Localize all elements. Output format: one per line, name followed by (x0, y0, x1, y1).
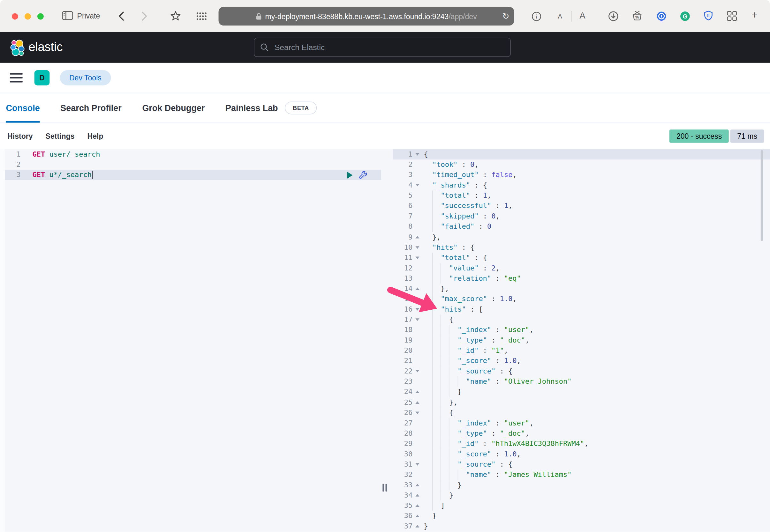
request-editor[interactable]: 1GET user/_search23GET u*/_search (0, 149, 381, 532)
code-line[interactable]: 23"name" : "Oliver Johnson" (393, 376, 770, 387)
content-blocker-shield-icon[interactable]: II (703, 10, 714, 21)
sidebar-icon[interactable] (62, 11, 73, 21)
code-line[interactable]: 1GET user/_search (0, 149, 381, 159)
code-line[interactable]: 22"_source" : { (393, 366, 770, 376)
fold-expand-icon[interactable] (412, 515, 424, 517)
fold-collapse-icon[interactable] (412, 463, 424, 466)
grammarly-icon[interactable]: G (680, 11, 691, 22)
code-line[interactable]: 13"relation" : "eq" (393, 273, 770, 283)
forward-button[interactable] (141, 11, 148, 21)
code-line[interactable]: 4"_shards" : { (393, 180, 770, 190)
code-line[interactable]: 19"_type" : "_doc", (393, 335, 770, 345)
indent-guide (440, 397, 441, 407)
code-line[interactable]: 35] (393, 500, 770, 511)
tab-painless-lab[interactable]: Painless Lab (226, 93, 278, 122)
code-line[interactable]: 6"successful" : 1, (393, 201, 770, 211)
fold-expand-icon[interactable] (412, 525, 424, 528)
code-line[interactable]: 21"_score" : 1.0, (393, 356, 770, 366)
back-button[interactable] (118, 11, 124, 21)
elastic-logo[interactable] (9, 39, 25, 56)
fold-expand-icon[interactable] (412, 236, 424, 238)
response-scrollbar[interactable] (761, 150, 763, 241)
code-line[interactable]: 26{ (393, 408, 770, 418)
bookmark-star-icon[interactable] (170, 11, 181, 21)
address-bar[interactable]: my-deployment-83e88b.kb.eu-west-1.aws.fo… (219, 7, 514, 26)
space-badge[interactable]: D (34, 70, 50, 85)
code-line[interactable]: 2"took" : 0, (393, 159, 770, 170)
tab-search-profiler[interactable]: Search Profiler (60, 93, 122, 122)
code-line[interactable]: 11"total" : { (393, 253, 770, 263)
code-line[interactable]: 9}, (393, 232, 770, 242)
code-line[interactable]: 8"failed" : 0 (393, 221, 770, 232)
code-line[interactable]: 37} (393, 521, 770, 531)
code-line[interactable]: 24} (393, 387, 770, 397)
response-viewer[interactable]: 1{2"took" : 0,3"timed_out" : false,4"_sh… (393, 149, 770, 532)
code-line[interactable]: 2 (0, 159, 381, 170)
wrench-icon[interactable] (359, 170, 368, 180)
fold-expand-icon[interactable] (412, 287, 424, 290)
history-menu-item[interactable]: History (7, 132, 33, 140)
code-line[interactable]: 20"_id" : "1", (393, 345, 770, 356)
shopping-basket-icon[interactable]: % (632, 10, 642, 21)
fold-collapse-icon[interactable] (412, 184, 424, 187)
downloads-icon[interactable] (608, 11, 619, 22)
code-text: "max_score" : 1.0, (424, 294, 517, 304)
code-line[interactable]: 15"max_score" : 1.0, (393, 294, 770, 304)
settings-menu-item[interactable]: Settings (46, 132, 75, 140)
fold-expand-icon[interactable] (412, 484, 424, 486)
code-line[interactable]: 32"name" : "James Williams" (393, 469, 770, 480)
code-line[interactable]: 16"hits" : [ (393, 304, 770, 314)
minimize-window-button[interactable] (25, 13, 31, 20)
code-line[interactable]: 17{ (393, 314, 770, 325)
tab-grok-debugger[interactable]: Grok Debugger (142, 93, 205, 122)
code-line[interactable]: 3"timed_out" : false, (393, 170, 770, 180)
fold-collapse-icon[interactable] (412, 256, 424, 259)
code-line[interactable]: 31"_source" : { (393, 459, 770, 469)
search-input[interactable] (274, 42, 504, 52)
fold-collapse-icon[interactable] (412, 370, 424, 373)
code-line[interactable]: 18"_index" : "user", (393, 325, 770, 335)
code-line[interactable]: 7"skipped" : 0, (393, 211, 770, 221)
code-line[interactable]: 36} (393, 511, 770, 521)
reload-icon[interactable]: ↻ (502, 11, 509, 22)
code-line[interactable]: 27"_index" : "user", (393, 418, 770, 428)
code-line[interactable]: 34} (393, 490, 770, 500)
reader-info-icon[interactable]: i (531, 11, 541, 21)
code-line[interactable]: 12"value" : 2, (393, 263, 770, 273)
fold-collapse-icon[interactable] (412, 308, 424, 311)
code-line[interactable]: 33} (393, 480, 770, 490)
help-menu-item[interactable]: Help (87, 132, 103, 140)
code-line[interactable]: 25}, (393, 397, 770, 407)
code-line[interactable]: 29"_id" : "hTh1wX4BIC3Q38hFRWM4", (393, 439, 770, 449)
tab-overview-icon[interactable] (727, 11, 737, 21)
code-line[interactable]: 28"_type" : "_doc", (393, 428, 770, 438)
zoom-window-button[interactable] (37, 13, 44, 20)
onepassword-icon[interactable] (656, 11, 667, 22)
code-line[interactable]: 30"_score" : 1.0, (393, 449, 770, 459)
close-window-button[interactable] (12, 13, 18, 20)
code-line[interactable]: 5"total" : 1, (393, 190, 770, 201)
fold-collapse-icon[interactable] (412, 246, 424, 249)
code-line[interactable]: 1{ (393, 149, 770, 159)
menu-hamburger-icon[interactable] (10, 73, 23, 82)
breadcrumb[interactable]: Dev Tools (60, 70, 111, 85)
fold-expand-icon[interactable] (412, 401, 424, 404)
code-line[interactable]: 3GET u*/_search (0, 170, 381, 180)
fold-expand-icon[interactable] (412, 391, 424, 393)
fold-expand-icon[interactable] (412, 505, 424, 507)
text-larger-button[interactable]: A (580, 11, 585, 21)
code-line[interactable]: 10"hits" : { (393, 242, 770, 252)
code-text: "_score" : 1.0, (424, 449, 521, 459)
fold-expand-icon[interactable] (412, 494, 424, 497)
send-request-button[interactable] (347, 171, 353, 179)
global-search[interactable] (254, 38, 511, 57)
fold-collapse-icon[interactable] (412, 318, 424, 321)
tab-console[interactable]: Console (6, 93, 40, 122)
fold-collapse-icon[interactable] (412, 153, 424, 156)
code-line[interactable]: 14}, (393, 284, 770, 294)
fold-collapse-icon[interactable] (412, 411, 424, 414)
new-tab-button[interactable]: + (752, 9, 758, 22)
app-grid-icon[interactable] (196, 12, 207, 20)
pane-splitter-handle[interactable] (382, 484, 387, 492)
text-smaller-button[interactable]: A (558, 13, 562, 20)
